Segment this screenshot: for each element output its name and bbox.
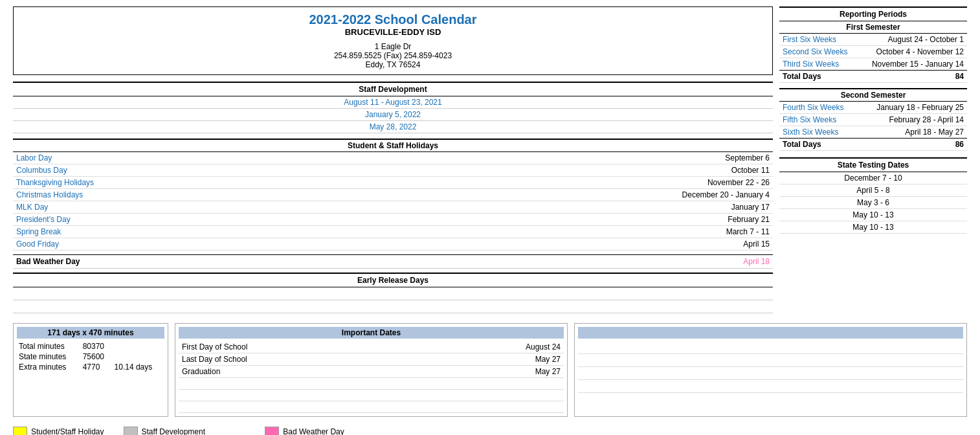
important-dates-header: Important Dates [179, 327, 564, 339]
table-row: April 5 - 8 [779, 184, 967, 197]
early-release-header: Early Release Days [13, 273, 773, 287]
title-address-1: 1 Eagle Dr 254.859.5525 (Fax) 254.859-40… [19, 42, 767, 69]
table-row: Last Day of School May 27 [179, 353, 564, 366]
legend-item-bad-weather: Bad Weather Day [265, 427, 348, 435]
table-row [179, 390, 564, 401]
legend-col-right: Bad Weather Day State Testing Days [265, 427, 348, 435]
legend-gray-box [124, 427, 138, 435]
table-row: Columbus Day October 11 [13, 164, 773, 177]
table-row: MLK Day January 17 [13, 201, 773, 214]
title-school: BRUCEVILLE-EDDY ISD [19, 27, 767, 37]
title-main: 2021-2022 School Calendar [19, 12, 767, 27]
bottom-right-header [578, 327, 963, 339]
table-row: May 10 - 13 [779, 209, 967, 221]
legend-item-holiday: Student/Staff Holiday [13, 427, 104, 435]
early-release-line-2 [13, 300, 773, 313]
legend-pink-box [265, 427, 279, 435]
table-row: First Six Weeks August 24 - October 1 [779, 34, 967, 46]
table-row: May 3 - 6 [779, 197, 967, 209]
table-row: Total minutes 80370 [17, 341, 164, 351]
legend-col-middle: Staff Development Reporting Period Begin… [124, 427, 246, 435]
table-row: Fifth Six Weeks February 28 - April 14 [779, 114, 967, 126]
state-testing-table: December 7 - 10 April 5 - 8 May 3 - 6 Ma… [779, 172, 967, 234]
staff-dev-header: Staff Development [13, 82, 773, 96]
second-semester-table: Fourth Six Weeks January 18 - February 2… [779, 102, 967, 151]
table-row: President's Day February 21 [13, 214, 773, 226]
holidays-table: Student & Staff Holidays Labor Day Septe… [13, 139, 773, 251]
table-row: Sixth Six Weeks April 18 - May 27 [779, 126, 967, 139]
table-row: Spring Break March 7 - 11 [13, 226, 773, 238]
bottom-section: 171 days x 470 minutes Total minutes 803… [13, 323, 967, 417]
table-row: First Day of School August 24 [179, 341, 564, 353]
minutes-box: 171 days x 470 minutes Total minutes 803… [13, 323, 168, 417]
legend-bad-weather-label: Bad Weather Day [283, 427, 344, 435]
table-row: Graduation May 27 [179, 366, 564, 378]
important-dates-box: Important Dates First Day of School Augu… [175, 323, 568, 417]
early-release-section: Early Release Days [13, 273, 773, 313]
second-semester-total: Total Days 86 [779, 139, 967, 151]
bad-weather-date: April 18 [531, 255, 773, 269]
table-row: Extra minutes 4770 10.14 days [17, 362, 164, 372]
minutes-table: Total minutes 80370 State minutes 75600 … [17, 341, 164, 372]
legend-item-staff-dev: Staff Development [124, 427, 246, 435]
legend-staff-dev-label: Staff Development [142, 427, 206, 435]
title-box: 2021-2022 School Calendar BRUCEVILLE-EDD… [13, 6, 773, 75]
table-row [179, 401, 564, 413]
table-row: Good Friday April 15 [13, 238, 773, 251]
table-row: State minutes 75600 [17, 351, 164, 362]
staff-development-table: Staff Development August 11 - August 23,… [13, 82, 773, 133]
table-row: Thanksgiving Holidays November 22 - 26 [13, 177, 773, 189]
bottom-right-box [574, 323, 967, 417]
second-semester-header: Second Semester [779, 88, 967, 102]
reporting-periods-header: Reporting Periods [779, 6, 967, 21]
table-row: May 10 - 13 [779, 221, 967, 234]
table-row: Labor Day September 6 [13, 152, 773, 164]
staff-dev-date-2: January 5, 2022 [13, 109, 773, 121]
bad-weather-table: Bad Weather Day April 18 [13, 254, 773, 269]
legend-col-left: Student/Staff Holiday Early Release [13, 427, 104, 435]
table-row: Fourth Six Weeks January 18 - February 2… [779, 102, 967, 114]
staff-dev-date-3: May 28, 2022 [13, 121, 773, 133]
minutes-header: 171 days x 470 minutes [17, 327, 164, 339]
legend-section: Student/Staff Holiday Early Release Staf… [13, 427, 967, 435]
important-dates-table: First Day of School August 24 Last Day o… [179, 341, 564, 413]
first-semester-table: First Six Weeks August 24 - October 1 Se… [779, 34, 967, 83]
table-row: Third Six Weeks November 15 - January 14 [779, 58, 967, 71]
legend-holiday-label: Student/Staff Holiday [31, 427, 104, 435]
table-row [179, 378, 564, 390]
staff-dev-date-1: August 11 - August 23, 2021 [13, 96, 773, 109]
first-semester-total: Total Days 84 [779, 71, 967, 83]
first-semester-header: First Semester [779, 21, 967, 34]
bad-weather-label: Bad Weather Day [13, 255, 531, 269]
holidays-header: Student & Staff Holidays [13, 139, 773, 152]
table-row: December 7 - 10 [779, 172, 967, 184]
table-row: Second Six Weeks October 4 - November 12 [779, 46, 967, 58]
table-row: Christmas Holidays December 20 - January… [13, 189, 773, 201]
legend-yellow-box [13, 427, 27, 435]
state-testing-header: State Testing Dates [779, 157, 967, 172]
early-release-line-1 [13, 287, 773, 300]
